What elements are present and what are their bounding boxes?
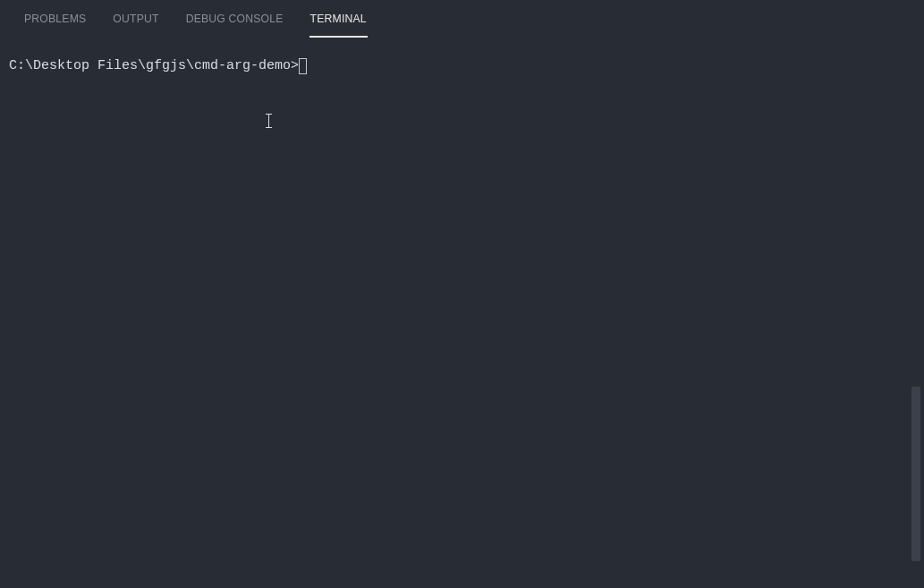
tab-label: PROBLEMS — [24, 13, 86, 25]
terminal-prompt: C:\Desktop Files\gfgjs\cmd-arg-demo> — [9, 57, 299, 74]
tab-output[interactable]: OUTPUT — [99, 0, 172, 38]
tab-label: DEBUG CONSOLE — [186, 13, 284, 25]
tab-problems[interactable]: PROBLEMS — [11, 0, 99, 38]
tab-label: TERMINAL — [310, 13, 367, 25]
tab-label: OUTPUT — [113, 13, 158, 25]
panel-tab-bar: PROBLEMS OUTPUT DEBUG CONSOLE TERMINAL — [0, 0, 924, 38]
terminal-cursor — [299, 58, 307, 74]
vertical-scrollbar[interactable] — [911, 387, 920, 561]
terminal-prompt-line: C:\Desktop Files\gfgjs\cmd-arg-demo> — [9, 57, 915, 74]
text-cursor-icon — [268, 114, 269, 128]
terminal-panel[interactable]: C:\Desktop Files\gfgjs\cmd-arg-demo> — [0, 38, 924, 83]
tab-terminal[interactable]: TERMINAL — [297, 0, 380, 38]
tab-debug-console[interactable]: DEBUG CONSOLE — [173, 0, 297, 38]
